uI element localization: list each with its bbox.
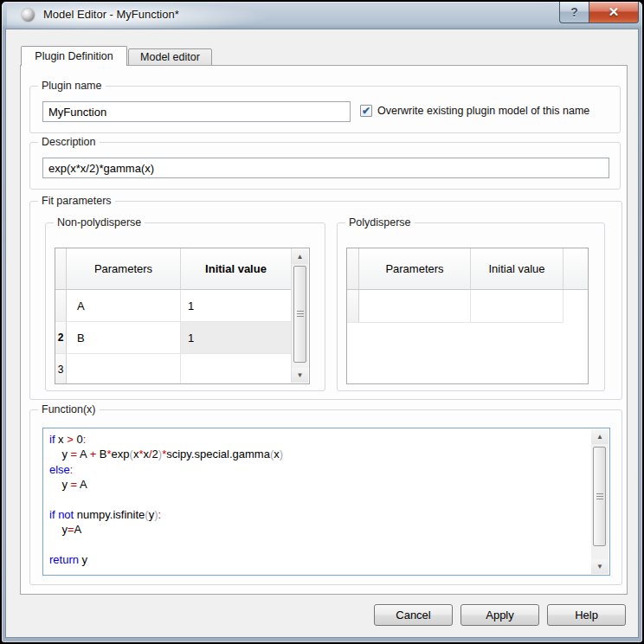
code-token: y xyxy=(49,478,71,491)
code-token: A xyxy=(74,523,82,536)
table-body xyxy=(347,290,588,323)
np-vertical-scrollbar[interactable]: ▲ ▼ xyxy=(291,249,308,383)
scrollbar-grip-icon xyxy=(297,311,304,318)
polydisperse-group: Polydisperse Parameters Initial value xyxy=(337,222,605,391)
non-polydisperse-table: Parameters Initial value A12B13 ▲ ▼ xyxy=(55,248,310,384)
scrollbar-thumb[interactable] xyxy=(593,447,606,546)
code-token: A xyxy=(77,478,87,491)
plugin-name-input[interactable] xyxy=(42,101,351,122)
code-line: y = A + B*exp(x*x/2)*scipy.special.gamma… xyxy=(49,447,589,461)
help-icon: ? xyxy=(570,5,578,19)
tab-label: Model editor xyxy=(140,51,200,63)
function-group: Function(x) if x > 0: y = A + B*exp(x*x/… xyxy=(29,409,622,585)
editor-vertical-scrollbar[interactable]: ▲ ▼ xyxy=(591,429,609,574)
scroll-down-icon: ▼ xyxy=(297,371,304,379)
initial-value-cell[interactable] xyxy=(471,290,564,323)
button-label: Cancel xyxy=(396,609,430,621)
scrollbar-down-button[interactable]: ▼ xyxy=(292,368,308,383)
code-token: 0 xyxy=(74,433,83,446)
scrollbar-up-button[interactable]: ▲ xyxy=(591,429,609,444)
scrollbar-grip-icon xyxy=(596,493,603,500)
initial-value-cell[interactable]: 1 xyxy=(181,322,292,354)
tab-label: Plugin Definition xyxy=(35,50,113,62)
polydisperse-group-label: Polydisperse xyxy=(345,216,415,229)
description-group-label: Description xyxy=(38,136,100,148)
column-header-parameters[interactable]: Parameters xyxy=(67,248,181,290)
scrollbar-down-button[interactable]: ▼ xyxy=(591,559,609,574)
code-area[interactable]: if x > 0: y = A + B*exp(x*x/2)*scipy.spe… xyxy=(49,432,589,573)
column-header-parameters[interactable]: Parameters xyxy=(359,248,471,290)
plugin-name-group: Plugin name ✔ Overwrite existing plugin … xyxy=(29,86,621,133)
non-polydisperse-group-label: Non-polydisperse xyxy=(54,216,145,229)
tab-plugin-definition[interactable]: Plugin Definition xyxy=(21,46,127,66)
plugin-definition-tab-page: Plugin name ✔ Overwrite existing plugin … xyxy=(20,65,628,595)
filler-cell xyxy=(564,290,588,323)
parameter-cell[interactable] xyxy=(359,290,471,323)
code-line: else: xyxy=(49,462,589,477)
code-token: y xyxy=(49,448,71,460)
scrollbar-thumb[interactable] xyxy=(293,266,306,363)
code-token: not xyxy=(58,508,74,521)
close-icon: ✕ xyxy=(609,4,620,20)
code-line xyxy=(49,538,589,552)
code-token: y xyxy=(49,523,68,536)
corner-header-cell[interactable] xyxy=(347,248,359,290)
titlebar[interactable]: Model Editor - MyFunction* ? ✕ Plugin De… xyxy=(2,2,642,642)
filler-header-cell xyxy=(564,248,588,290)
function-code-editor[interactable]: if x > 0: y = A + B*exp(x*x/2)*scipy.spe… xyxy=(42,428,610,576)
cancel-button[interactable]: Cancel xyxy=(374,604,453,626)
plugin-name-group-label: Plugin name xyxy=(38,80,106,92)
row-header-cell[interactable]: 3 xyxy=(55,354,67,384)
code-token: y xyxy=(79,553,87,566)
parameter-cell[interactable]: A xyxy=(67,290,181,322)
code-token: scipy.special.gamma xyxy=(166,448,270,460)
initial-value-cell[interactable] xyxy=(181,354,292,384)
code-line: return y xyxy=(49,552,589,567)
fit-parameters-group-label: Fit parameters xyxy=(38,195,115,207)
parameter-cell[interactable] xyxy=(67,354,181,384)
code-line xyxy=(49,493,589,507)
table-row: 3 xyxy=(55,354,309,384)
code-line: if not numpy.isfinite(y): xyxy=(49,507,589,522)
fit-parameters-group: Fit parameters Non-polydisperse Paramete… xyxy=(29,201,622,400)
function-group-label: Function(x) xyxy=(38,403,100,415)
scroll-down-icon: ▼ xyxy=(596,563,603,570)
code-token: : xyxy=(70,463,74,476)
code-token: numpy.isfinite xyxy=(74,508,145,521)
parameter-cell[interactable]: B xyxy=(67,322,181,354)
button-label: Apply xyxy=(486,609,514,621)
apply-button[interactable]: Apply xyxy=(460,604,539,626)
code-token: : xyxy=(83,433,87,446)
column-header-initial-value[interactable]: Initial value xyxy=(181,248,292,290)
code-token: > xyxy=(67,433,74,446)
code-token: : xyxy=(158,508,162,521)
caption-buttons: ? ✕ xyxy=(559,2,639,23)
model-editor-window: Model Editor - MyFunction* ? ✕ Plugin De… xyxy=(0,0,644,644)
close-button[interactable]: ✕ xyxy=(589,2,639,23)
description-input[interactable] xyxy=(42,158,609,178)
initial-value-cell[interactable]: 1 xyxy=(181,290,292,322)
row-header-cell[interactable] xyxy=(347,290,359,323)
dialog-body: Plugin Definition Model editor Plugin na… xyxy=(6,29,638,637)
table-row: A1 xyxy=(55,290,309,322)
non-polydisperse-group: Non-polydisperse Parameters Initial valu… xyxy=(45,222,325,391)
window-title: Model Editor - MyFunction* xyxy=(43,8,179,21)
row-header-cell[interactable] xyxy=(55,290,67,322)
description-group: Description xyxy=(29,142,621,190)
scroll-up-icon: ▲ xyxy=(596,433,603,441)
titlebar-help-button[interactable]: ? xyxy=(559,2,589,23)
overwrite-checkbox-label[interactable]: Overwrite existing plugin model of this … xyxy=(377,105,589,117)
row-header-cell[interactable]: 2 xyxy=(55,322,67,354)
scrollbar-up-button[interactable]: ▲ xyxy=(292,249,308,264)
code-line: y=A xyxy=(49,522,589,537)
code-token: exp xyxy=(112,448,130,460)
overwrite-checkbox[interactable]: ✔ xyxy=(360,105,372,117)
tab-model-editor[interactable]: Model editor xyxy=(128,48,212,66)
app-icon xyxy=(22,9,35,22)
corner-header-cell[interactable] xyxy=(55,248,67,290)
checkbox-check-icon: ✔ xyxy=(362,106,370,116)
code-line: y = A xyxy=(49,477,589,492)
help-button[interactable]: Help xyxy=(547,604,626,626)
table-row xyxy=(347,290,588,323)
column-header-initial-value[interactable]: Initial value xyxy=(471,248,564,290)
